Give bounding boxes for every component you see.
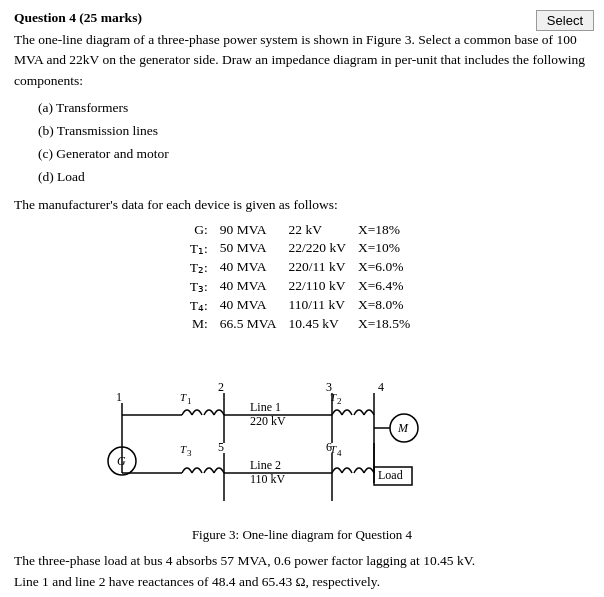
footer-line-2: Line 1 and line 2 have reactances of 48.… [14, 574, 380, 589]
diagram-container: 1 G T 1 2 Line 1 220 kV 3 T 2 [92, 343, 512, 523]
table-row: M:66.5 MVA10.45 kVX=18.5% [186, 315, 418, 333]
sub-item-d: (d) Load [38, 166, 590, 189]
svg-text:Line 1: Line 1 [250, 400, 281, 414]
sub-items-list: (a) Transformers (b) Transmission lines … [38, 97, 590, 189]
manufacturer-intro: The manufacturer's data for each device … [14, 195, 590, 215]
table-row: T₁:50 MVA22/220 kVX=10% [186, 239, 418, 258]
svg-text:M: M [397, 421, 409, 435]
svg-text:2: 2 [218, 380, 224, 394]
svg-text:1: 1 [116, 390, 122, 404]
table-cell-kv: 22/110 kV [285, 277, 354, 296]
table-row: G:90 MVA22 kVX=18% [186, 221, 418, 239]
sub-item-c: (c) Generator and motor [38, 143, 590, 166]
table-row: T₂:40 MVA220/11 kVX=6.0% [186, 258, 418, 277]
footer-text: The three-phase load at bus 4 absorbs 57… [14, 551, 590, 593]
question-header: Question 4 (25 marks) [14, 10, 590, 26]
table-row: T₃:40 MVA22/110 kVX=6.4% [186, 277, 418, 296]
data-table: G:90 MVA22 kVX=18%T₁:50 MVA22/220 kVX=10… [186, 221, 418, 333]
table-cell-mva: 40 MVA [216, 258, 285, 277]
svg-text:220 kV: 220 kV [250, 414, 286, 428]
table-cell-x: X=18.5% [354, 315, 418, 333]
svg-text:5: 5 [218, 440, 224, 454]
figure-caption: Figure 3: One-line diagram for Question … [14, 527, 590, 543]
table-cell-label: T₁: [186, 239, 216, 258]
sub-item-a: (a) Transformers [38, 97, 590, 120]
select-button[interactable]: Select [536, 10, 594, 31]
table-cell-mva: 90 MVA [216, 221, 285, 239]
table-cell-label: G: [186, 221, 216, 239]
svg-text:T: T [180, 443, 187, 455]
table-cell-kv: 110/11 kV [285, 296, 354, 315]
svg-text:4: 4 [337, 448, 342, 458]
svg-text:T: T [330, 443, 337, 455]
svg-text:T: T [330, 391, 337, 403]
table-cell-x: X=8.0% [354, 296, 418, 315]
table-cell-kv: 22 kV [285, 221, 354, 239]
table-cell-kv: 220/11 kV [285, 258, 354, 277]
table-cell-label: M: [186, 315, 216, 333]
table-cell-x: X=6.4% [354, 277, 418, 296]
svg-text:4: 4 [378, 380, 384, 394]
table-cell-x: X=10% [354, 239, 418, 258]
svg-text:Load: Load [378, 468, 403, 482]
table-cell-mva: 40 MVA [216, 296, 285, 315]
circuit-diagram: 1 G T 1 2 Line 1 220 kV 3 T 2 [92, 343, 512, 523]
table-cell-mva: 66.5 MVA [216, 315, 285, 333]
question-body: The one-line diagram of a three-phase po… [14, 30, 590, 91]
svg-text:3: 3 [187, 448, 192, 458]
svg-text:2: 2 [337, 396, 342, 406]
table-cell-x: X=18% [354, 221, 418, 239]
table-cell-kv: 10.45 kV [285, 315, 354, 333]
sub-item-b: (b) Transmission lines [38, 120, 590, 143]
table-cell-label: T₄: [186, 296, 216, 315]
svg-text:T: T [180, 391, 187, 403]
footer-line-1: The three-phase load at bus 4 absorbs 57… [14, 553, 475, 568]
svg-text:Line 2: Line 2 [250, 458, 281, 472]
table-cell-mva: 50 MVA [216, 239, 285, 258]
table-cell-x: X=6.0% [354, 258, 418, 277]
table-row: T₄:40 MVA110/11 kVX=8.0% [186, 296, 418, 315]
table-cell-label: T₂: [186, 258, 216, 277]
table-cell-kv: 22/220 kV [285, 239, 354, 258]
table-cell-label: T₃: [186, 277, 216, 296]
svg-text:110 kV: 110 kV [250, 472, 286, 486]
svg-text:1: 1 [187, 396, 192, 406]
table-cell-mva: 40 MVA [216, 277, 285, 296]
